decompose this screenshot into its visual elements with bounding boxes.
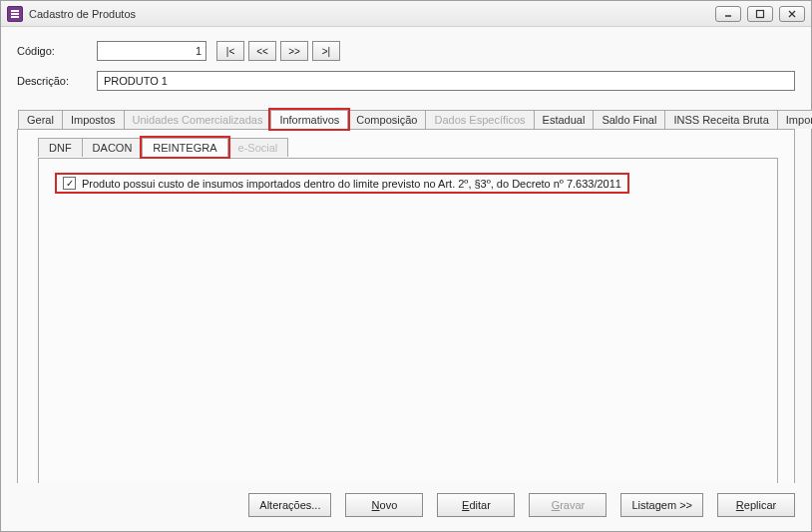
window-controls (715, 6, 805, 22)
nav-last-button[interactable]: >| (312, 41, 340, 61)
tab-estadual[interactable]: Estadual (534, 110, 595, 129)
record-nav: |< << >> >| (216, 41, 340, 61)
nav-prev-button[interactable]: << (248, 41, 276, 61)
main-tab-strip: GeralImpostosUnidades ComercializadasInf… (18, 110, 812, 129)
app-icon (7, 6, 23, 22)
subtab-content: Produto possui custo de insumos importad… (38, 158, 778, 491)
desc-label: Descrição: (17, 75, 97, 87)
replicar-button[interactable]: Replicar (717, 493, 795, 517)
window-title: Cadastro de Produtos (29, 8, 715, 20)
maximize-button[interactable] (747, 6, 773, 22)
alteracoes-button[interactable]: Alterações... (248, 493, 331, 517)
desc-input[interactable]: PRODUTO 1 (97, 71, 795, 91)
tab-inss-receita-bruta[interactable]: INSS Receita Bruta (664, 110, 777, 129)
subtab-reintegra[interactable]: REINTEGRA (142, 138, 227, 157)
titlebar: Cadastro de Produtos (1, 1, 811, 27)
novo-button[interactable]: Novo (345, 493, 423, 517)
window: Cadastro de Produtos Código: 1 |< << >> … (0, 0, 812, 532)
nav-next-button[interactable]: >> (280, 41, 308, 61)
svg-rect-1 (757, 10, 764, 17)
footer-buttons: Alterações... Novo Editar Gravar Listage… (1, 483, 811, 531)
reintegra-checkbox-label: Produto possui custo de insumos importad… (82, 178, 621, 190)
sub-tab-strip: DNFDACONREINTEGRAe-Social (38, 138, 287, 157)
tab-composição[interactable]: Composição (347, 110, 426, 129)
reintegra-checkbox[interactable] (63, 177, 76, 190)
tab-saldo-final[interactable]: Saldo Final (593, 110, 665, 129)
minimize-button[interactable] (715, 6, 741, 22)
row-desc: Descrição: PRODUTO 1 (17, 71, 795, 91)
tab-geral[interactable]: Geral (18, 110, 63, 129)
subtab-dacon[interactable]: DACON (82, 138, 144, 157)
gravar-button[interactable]: Gravar (529, 493, 607, 517)
tab-informativos[interactable]: Informativos (270, 110, 348, 129)
tab-unidades-comercializadas[interactable]: Unidades Comercializadas (124, 110, 272, 129)
listagem-button[interactable]: Listagem >> (620, 493, 703, 517)
code-input[interactable]: 1 (97, 41, 206, 61)
nav-first-button[interactable]: |< (216, 41, 244, 61)
reintegra-checkbox-row: Produto possui custo de insumos importad… (55, 173, 629, 194)
tab-impostos[interactable]: Impostos (62, 110, 125, 129)
code-label: Código: (17, 45, 97, 57)
editar-button[interactable]: Editar (437, 493, 515, 517)
close-button[interactable] (779, 6, 805, 22)
tab-importações[interactable]: Importações (777, 110, 812, 129)
tabs-panel: GeralImpostosUnidades ComercializadasInf… (17, 129, 795, 508)
subtab-e-social[interactable]: e-Social (227, 138, 289, 157)
client-area: Código: 1 |< << >> >| Descrição: PRODUTO… (1, 27, 811, 524)
subtab-dnf[interactable]: DNF (38, 138, 83, 157)
tab-dados-específicos[interactable]: Dados Específicos (425, 110, 534, 129)
row-code: Código: 1 |< << >> >| (17, 41, 795, 61)
